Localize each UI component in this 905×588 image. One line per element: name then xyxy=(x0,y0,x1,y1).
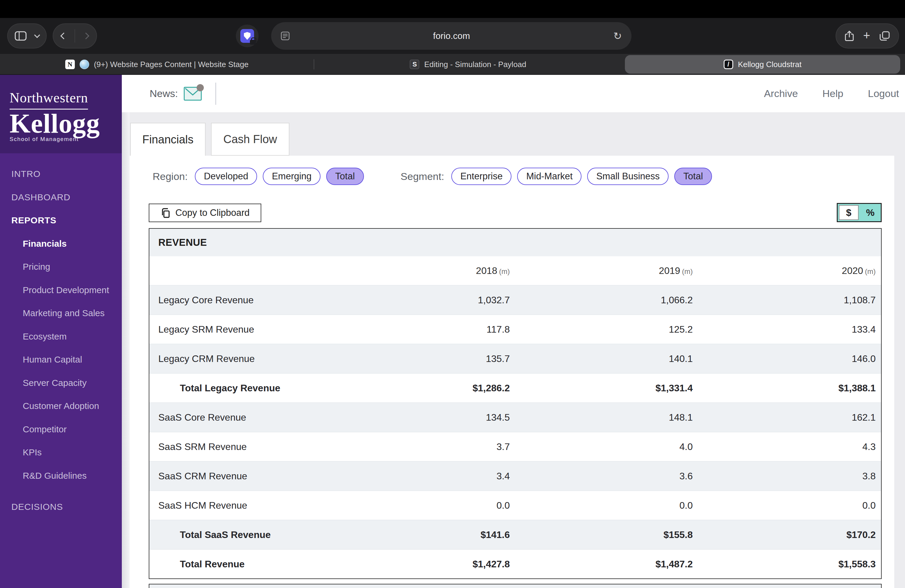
forward-icon[interactable] xyxy=(83,33,89,40)
lock-icon xyxy=(250,40,256,44)
copy-to-clipboard-button[interactable]: Copy to Clipboard xyxy=(149,203,261,222)
chevron-down-icon[interactable] xyxy=(34,32,40,38)
row-value-2019: $1,487.2 xyxy=(515,559,698,570)
filter-pill-segment-mid-market[interactable]: Mid-Market xyxy=(517,168,581,185)
sidebar-item-reports[interactable]: REPORTS xyxy=(0,209,122,232)
browser-tab-website-pages[interactable]: N (9+) Website Pages Content | Website S… xyxy=(0,54,314,75)
sidebar-item-marketing-and-sales[interactable]: Marketing and Sales xyxy=(0,302,122,325)
table-row-total-legacy-revenue: Total Legacy Revenue $1,286.2 $1,331.4 $… xyxy=(149,373,881,402)
shield-icon xyxy=(244,32,251,40)
reader-view-icon[interactable] xyxy=(281,32,290,40)
logo-school: Kellogg xyxy=(10,110,122,138)
browser-tabstrip: N (9+) Website Pages Content | Website S… xyxy=(0,54,905,75)
sidebar-item-r-d-guidelines[interactable]: R&D Guidelines xyxy=(0,464,122,488)
row-label: Total Revenue xyxy=(149,559,332,570)
filter-pill-segment-small-business[interactable]: Small Business xyxy=(587,168,668,185)
row-value-2019: $155.8 xyxy=(515,529,698,540)
extension-button[interactable] xyxy=(236,25,259,47)
filter-pill-segment-enterprise[interactable]: Enterprise xyxy=(451,168,511,185)
main-column: News: ArchiveHelpLogout Financials Cash … xyxy=(122,75,905,588)
region-label: Region: xyxy=(152,171,187,182)
share-icon[interactable] xyxy=(845,30,854,41)
logo-university: Northwestern xyxy=(10,90,88,110)
reload-icon[interactable]: ↻ xyxy=(613,31,622,41)
segment-filter-group: Segment: EnterpriseMid-MarketSmall Busin… xyxy=(401,168,718,185)
workspace: Northwestern Kellogg School of Managemen… xyxy=(0,75,905,588)
unit-toggle-percent[interactable]: % xyxy=(860,204,881,221)
table-row-legacy-srm-revenue: Legacy SRM Revenue 117.8 125.2 133.4 xyxy=(149,315,881,344)
column-header-2019: 2019(m) xyxy=(515,265,698,277)
back-icon[interactable] xyxy=(60,33,67,40)
row-value-2018: 1,032.7 xyxy=(332,295,515,306)
divider xyxy=(75,29,75,43)
row-value-2018: 3.4 xyxy=(332,470,515,482)
news-envelope-icon[interactable] xyxy=(184,87,202,100)
row-value-2019: 125.2 xyxy=(515,324,698,335)
browser-tab-title[interactable]: Kellogg Cloudstrat xyxy=(738,60,802,69)
row-value-2018: $1,286.2 xyxy=(332,383,515,394)
browser-tab-kellogg-cloudstrat-active[interactable]: / Kellogg Cloudstrat xyxy=(625,55,900,74)
browser-tab-payload-editor[interactable]: S Editing - Simulation - Payload xyxy=(314,54,622,75)
filter-pill-region-developed[interactable]: Developed xyxy=(195,168,257,185)
sidebar-toggle-group[interactable] xyxy=(7,23,47,49)
sidebar-item-financials[interactable]: Financials xyxy=(0,232,122,255)
window-actions-group: + xyxy=(835,23,899,49)
browser-tab-title[interactable]: (9+) Website Pages Content | Website Sta… xyxy=(94,60,249,69)
row-label: SaaS CRM Revenue xyxy=(149,470,332,482)
row-value-2018: 134.5 xyxy=(332,412,515,423)
sidebar-item-dashboard[interactable]: DASHBOARD xyxy=(0,186,122,209)
row-label: Total SaaS Revenue xyxy=(149,529,332,540)
sidebar-item-human-capital[interactable]: Human Capital xyxy=(0,348,122,371)
sidebar-item-server-capacity[interactable]: Server Capacity xyxy=(0,371,122,394)
header-link-logout[interactable]: Logout xyxy=(868,88,899,99)
browser-tab-title[interactable]: Editing - Simulation - Payload xyxy=(424,60,526,69)
sidebar-item-product-development[interactable]: Product Development xyxy=(0,278,122,302)
row-value-2018: 0.0 xyxy=(332,500,515,511)
scrollbar-track[interactable] xyxy=(122,112,130,588)
copy-label: Copy to Clipboard xyxy=(175,208,249,218)
row-label: SaaS Core Revenue xyxy=(149,412,332,423)
row-value-2019: 140.1 xyxy=(515,353,698,364)
row-value-2019: 3.6 xyxy=(515,470,698,482)
filter-pill-region-total[interactable]: Total xyxy=(326,168,364,185)
new-tab-icon[interactable]: + xyxy=(863,29,870,41)
filter-pill-region-emerging[interactable]: Emerging xyxy=(263,168,321,185)
row-value-2020: 1,108.7 xyxy=(698,295,881,306)
header-links: ArchiveHelpLogout xyxy=(764,88,899,99)
header-link-archive[interactable]: Archive xyxy=(764,88,798,99)
sidebar-item-pricing[interactable]: Pricing xyxy=(0,255,122,278)
unread-badge xyxy=(197,84,204,91)
row-label: Legacy CRM Revenue xyxy=(149,353,332,364)
revenue-table: REVENUE 2018(m)2019(m)2020(m) Legacy Cor… xyxy=(149,228,882,579)
sidebar-nav: INTRODASHBOARDREPORTSFinancialsPricingPr… xyxy=(0,162,122,518)
row-label: Legacy SRM Revenue xyxy=(149,324,332,335)
tab-overview-icon[interactable] xyxy=(879,31,890,41)
cloudstrat-favicon: / xyxy=(724,60,733,69)
url-text[interactable]: forio.com xyxy=(290,31,613,41)
row-value-2020: $1,388.1 xyxy=(698,383,881,394)
password-extension-icon xyxy=(240,29,254,43)
tab-financials[interactable]: Financials xyxy=(130,123,206,156)
sidebar-item-ecosystem[interactable]: Ecosystem xyxy=(0,325,122,348)
header-link-help[interactable]: Help xyxy=(822,88,843,99)
sidebar-item-competitor[interactable]: Competitor xyxy=(0,418,122,441)
table-row-saas-srm-revenue: SaaS SRM Revenue 3.7 4.0 4.3 xyxy=(149,432,881,461)
unit-toggle-dollar[interactable]: $ xyxy=(839,205,859,220)
address-bar[interactable]: forio.com ↻ xyxy=(271,22,632,50)
row-value-2020: $1,558.3 xyxy=(698,559,881,570)
revenue-table-colheader: 2018(m)2019(m)2020(m) xyxy=(149,256,881,285)
filter-pill-segment-total[interactable]: Total xyxy=(674,168,712,185)
tab-cash-flow[interactable]: Cash Flow xyxy=(211,123,289,156)
row-value-2018: 117.8 xyxy=(332,324,515,335)
sidebar-toggle-icon[interactable] xyxy=(15,31,27,41)
globe-favicon xyxy=(79,60,89,69)
app-header: News: ArchiveHelpLogout xyxy=(122,75,905,112)
sidebar-item-customer-adoption[interactable]: Customer Adoption xyxy=(0,394,122,418)
sidebar-item-decisions[interactable]: DECISIONS xyxy=(0,495,122,518)
table-row-total-revenue: Total Revenue $1,427.8 $1,487.2 $1,558.3 xyxy=(149,549,881,578)
sidebar-item-kpis[interactable]: KPIs xyxy=(0,441,122,464)
history-nav-group xyxy=(53,23,97,49)
sidebar-item-intro[interactable]: INTRO xyxy=(0,162,122,186)
region-filter-group: Region: DevelopedEmergingTotal xyxy=(152,168,370,185)
revenue-table-body: Legacy Core Revenue 1,032.7 1,066.2 1,10… xyxy=(149,285,881,578)
